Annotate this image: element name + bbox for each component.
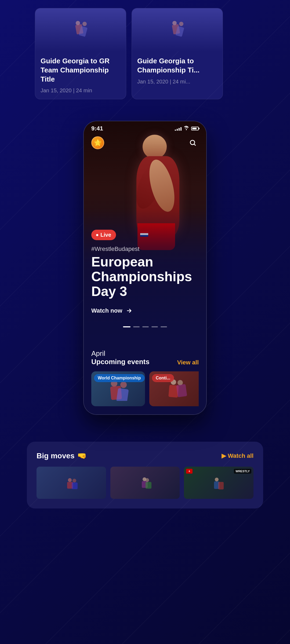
big-moves-header: Big moves 🤜 ▶ Watch all: [37, 451, 253, 460]
arrow-right-icon: [125, 307, 133, 314]
top-card-1-bg: [35, 8, 126, 51]
watch-now-button[interactable]: Watch now: [91, 307, 133, 314]
watch-all-text: Watch all: [228, 452, 253, 459]
big-moves-card: Big moves 🤜 ▶ Watch all: [27, 442, 263, 508]
svg-rect-17: [176, 384, 187, 397]
signal-bars: [175, 126, 182, 131]
slide-dot-4[interactable]: [151, 326, 158, 327]
app-logo[interactable]: 🌟: [91, 136, 104, 149]
top-card-2-separator: |: [170, 79, 173, 85]
top-card-1-duration: 24 min: [76, 87, 92, 93]
svg-point-11: [120, 382, 127, 388]
arrow-icon: [126, 308, 132, 314]
top-card-2-bg: [132, 8, 223, 51]
hero-hashtag: #WrestleBudapest: [91, 246, 199, 253]
upcoming-header: April Upcoming events View all: [91, 349, 199, 366]
event-card-1-image: World Championship: [91, 371, 145, 406]
top-card-1-image: [35, 8, 126, 51]
slide-dot-2[interactable]: [133, 326, 140, 327]
top-card-2-title: Guide Georgia to Championship Ti...: [137, 57, 217, 75]
phone-wrapper: 9:41: [0, 121, 290, 415]
view-all-button[interactable]: View all: [177, 359, 199, 366]
svg-point-1: [82, 22, 87, 26]
hero-section: 🌟 Live #WrestleBudapest European Champio…: [84, 121, 206, 341]
top-card-2[interactable]: Guide Georgia to Championship Ti... Jan …: [132, 8, 223, 99]
top-card-2-meta: Jan 15, 2020 | 24 mi...: [137, 79, 217, 85]
upcoming-month: April: [91, 349, 150, 358]
signal-bar-3: [179, 128, 180, 131]
video-grid: WRESTLY 6: [37, 467, 253, 499]
top-card-2-date: Jan 15, 2020: [137, 79, 168, 85]
phone-mockup: 9:41: [83, 121, 207, 415]
signal-bar-1: [175, 130, 176, 131]
video-thumb-3[interactable]: WRESTLY 6: [184, 467, 253, 499]
event-card-2-image: Conti...: [149, 371, 199, 406]
hero-content: Live #WrestleBudapest European Champions…: [91, 230, 199, 314]
play-icon: ▶: [222, 452, 226, 459]
live-dot: [96, 234, 98, 236]
event-2-badge: Conti...: [152, 374, 174, 382]
svg-point-18: [68, 478, 72, 482]
svg-rect-21: [72, 482, 78, 489]
top-card-1-separator: |: [73, 87, 76, 93]
app-logo-icon: 🌟: [94, 139, 102, 147]
top-card-2-content: Guide Georgia to Championship Ti... Jan …: [132, 51, 223, 90]
big-moves-watch-all[interactable]: ▶ Watch all: [222, 452, 253, 459]
top-card-1[interactable]: Guide Georgia to GR Team Championship Ti…: [35, 8, 126, 99]
top-card-1-content: Guide Georgia to GR Team Championship Ti…: [35, 51, 126, 99]
svg-point-26: [215, 478, 219, 481]
top-card-1-title: Guide Georgia to GR Team Championship Ti…: [41, 57, 121, 84]
upcoming-section: April Upcoming events View all: [84, 341, 206, 414]
top-cards-section: Guide Georgia to GR Team Championship Ti…: [0, 0, 290, 99]
upcoming-title: Upcoming events: [91, 358, 150, 366]
video-3-badge-text: 6: [189, 470, 190, 473]
svg-point-8: [190, 140, 195, 145]
video-3-visual: [211, 476, 227, 489]
big-moves-emoji: 🤜: [77, 451, 87, 460]
signal-bar-2: [177, 129, 178, 131]
wrestling-icon-2: [166, 19, 188, 41]
top-card-1-date: Jan 15, 2020: [41, 87, 72, 93]
svg-rect-13: [116, 388, 129, 401]
search-button[interactable]: [187, 137, 199, 149]
top-card-2-image: [132, 8, 223, 51]
live-text: Live: [100, 232, 111, 238]
event-1-badge: World Championship: [94, 374, 145, 382]
slide-dot-3[interactable]: [142, 326, 149, 327]
svg-point-19: [73, 479, 76, 482]
top-card-1-meta: Jan 15, 2020 | 24 min: [41, 87, 121, 94]
event-card-2[interactable]: Conti...: [149, 371, 199, 406]
watch-now-text: Watch now: [91, 307, 122, 314]
svg-point-5: [179, 22, 183, 26]
status-bar: 9:41: [84, 121, 206, 135]
events-scroll: World Championship Conti...: [91, 371, 199, 414]
slide-dot-1[interactable]: [123, 326, 130, 327]
wrestling-icon-1: [70, 19, 91, 41]
battery-icon: [191, 127, 199, 130]
svg-rect-28: [218, 482, 224, 489]
signal-bar-4: [180, 127, 182, 131]
slide-indicators: [123, 326, 167, 327]
search-icon: [189, 139, 197, 147]
video-3-badge: 6: [186, 469, 193, 474]
video-2-visual: [137, 476, 153, 489]
battery-fill: [192, 128, 197, 129]
status-icons: [175, 126, 199, 131]
top-card-2-duration: 24 mi...: [173, 79, 190, 85]
event-card-1[interactable]: World Championship: [91, 371, 145, 406]
video-3-label: WRESTLY: [234, 469, 251, 474]
wifi-icon: [184, 126, 189, 131]
slide-dot-5[interactable]: [161, 326, 167, 327]
big-moves-title: Big moves 🤜: [37, 451, 87, 460]
live-badge: Live: [91, 230, 116, 240]
hero-title: European Championships Day 3: [91, 255, 199, 299]
video-thumb-1[interactable]: [37, 467, 106, 499]
status-time: 9:41: [91, 125, 103, 132]
big-moves-text: Big moves: [37, 452, 75, 460]
bottom-section: Big moves 🤜 ▶ Watch all: [0, 442, 290, 508]
svg-rect-25: [146, 482, 151, 489]
video-thumb-2[interactable]: [110, 467, 180, 499]
upcoming-label-group: April Upcoming events: [91, 349, 150, 366]
svg-line-9: [194, 144, 195, 146]
video-1-visual: [63, 476, 79, 489]
